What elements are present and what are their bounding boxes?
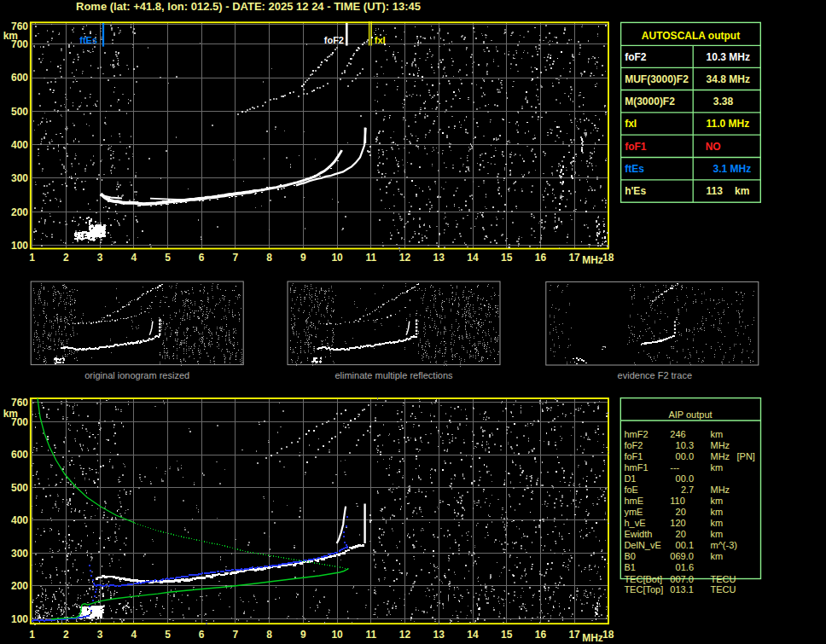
svg-text:11.0 MHz: 11.0 MHz [707, 118, 750, 130]
svg-text:007.0: 007.0 [670, 574, 694, 584]
svg-text:MHz: MHz [711, 484, 730, 495]
svg-text:9: 9 [300, 252, 306, 264]
svg-text:MHz: MHz [582, 632, 603, 644]
svg-text:hmE: hmE [624, 496, 643, 506]
svg-text:8: 8 [266, 629, 272, 641]
svg-text:Rome (lat: +41.8, lon: 012.5): Rome (lat: +41.8, lon: 012.5) - DATE: 20… [76, 1, 421, 13]
svg-text:TECU: TECU [711, 584, 736, 595]
svg-text:km: km [711, 518, 724, 528]
svg-text:500: 500 [11, 106, 28, 118]
svg-text:400: 400 [11, 514, 28, 526]
svg-text:11: 11 [365, 629, 376, 641]
svg-text:km: km [735, 185, 749, 197]
svg-text:foF1: foF1 [624, 451, 643, 461]
svg-text:20: 20 [676, 507, 686, 517]
svg-text:DelN_vE: DelN_vE [624, 540, 660, 550]
svg-text:h'Es: h'Es [625, 185, 646, 197]
svg-text:[PN]: [PN] [737, 451, 755, 461]
svg-text:ftEs: ftEs [625, 163, 644, 175]
svg-text:200: 200 [11, 206, 28, 218]
svg-text:12: 12 [399, 252, 411, 264]
svg-text:10.3 MHz: 10.3 MHz [707, 51, 750, 63]
svg-text:069.0: 069.0 [670, 551, 694, 561]
svg-text:1: 1 [29, 252, 35, 264]
svg-text:3.38: 3.38 [713, 96, 734, 107]
svg-text:3.1 MHz: 3.1 MHz [713, 163, 752, 175]
svg-text:km: km [711, 507, 724, 517]
svg-text:110: 110 [670, 496, 685, 506]
svg-text:15: 15 [501, 629, 513, 641]
svg-text:2: 2 [63, 252, 69, 264]
svg-text:foE: foE [624, 484, 638, 495]
svg-text:14: 14 [467, 252, 479, 264]
svg-text:5: 5 [165, 252, 171, 264]
svg-text:eliminate multiple reflections: eliminate multiple reflections [334, 370, 453, 380]
svg-text:original ionogram resized: original ionogram resized [84, 370, 189, 380]
svg-text:hmF2: hmF2 [624, 429, 648, 439]
svg-text:AIP output: AIP output [668, 409, 712, 420]
svg-text:6: 6 [199, 252, 205, 264]
svg-text:300: 300 [11, 172, 28, 184]
svg-text:2: 2 [63, 629, 69, 641]
svg-text:MUF(3000)F2: MUF(3000)F2 [625, 73, 689, 85]
svg-text:100: 100 [11, 240, 28, 252]
svg-text:TEC[Top]: TEC[Top] [624, 584, 663, 595]
svg-text:7: 7 [233, 629, 239, 641]
svg-text:foF2: foF2 [624, 440, 643, 450]
svg-text:20: 20 [676, 529, 686, 539]
svg-text:MHz: MHz [582, 254, 603, 266]
svg-text:01.6: 01.6 [676, 562, 694, 572]
svg-text:3: 3 [97, 629, 103, 641]
svg-text:5: 5 [165, 629, 171, 641]
svg-text:14: 14 [467, 629, 479, 641]
svg-text:17: 17 [568, 252, 580, 264]
svg-text:15: 15 [501, 252, 513, 264]
svg-text:km: km [711, 496, 724, 506]
svg-text:34.8 MHz: 34.8 MHz [707, 73, 750, 85]
svg-text:B0: B0 [624, 551, 635, 561]
svg-text:AUTOSCALA output: AUTOSCALA output [642, 30, 740, 42]
svg-text:7: 7 [233, 252, 239, 264]
svg-text:km: km [3, 30, 18, 42]
svg-text:120: 120 [670, 518, 685, 528]
svg-text:M(3000)F2: M(3000)F2 [625, 96, 675, 107]
svg-text:3: 3 [97, 252, 103, 264]
svg-text:1: 1 [29, 629, 35, 641]
svg-text:11: 11 [365, 252, 376, 264]
svg-text:10: 10 [331, 629, 343, 641]
svg-text:B1: B1 [624, 562, 635, 572]
svg-text:MHz: MHz [711, 440, 730, 450]
svg-text:10: 10 [331, 252, 343, 264]
svg-text:m^(-3): m^(-3) [711, 540, 737, 550]
svg-text:Ewidth: Ewidth [624, 529, 652, 539]
svg-text:hmF1: hmF1 [624, 462, 648, 473]
svg-text:00.0: 00.0 [676, 473, 694, 484]
svg-text:13: 13 [433, 629, 445, 641]
svg-text:4: 4 [131, 629, 137, 641]
svg-text:km: km [711, 462, 724, 473]
svg-text:400: 400 [11, 139, 28, 151]
svg-text:300: 300 [11, 548, 28, 560]
svg-text:evidence F2 trace: evidence F2 trace [618, 370, 692, 380]
svg-text:foF2: foF2 [324, 35, 344, 45]
svg-text:9: 9 [300, 629, 306, 641]
svg-text:16: 16 [535, 252, 547, 264]
svg-text:12: 12 [399, 629, 411, 641]
svg-text:fxI: fxI [375, 35, 386, 45]
svg-text:h_vE: h_vE [624, 518, 645, 528]
svg-text:500: 500 [11, 482, 28, 494]
svg-text:TECU: TECU [711, 574, 736, 584]
svg-text:200: 200 [11, 580, 28, 592]
svg-text:NO: NO [706, 141, 721, 153]
svg-text:6: 6 [199, 629, 205, 641]
svg-text:km: km [3, 408, 18, 420]
svg-text:18: 18 [602, 629, 614, 641]
svg-text:D1: D1 [624, 473, 636, 484]
svg-text:600: 600 [11, 449, 28, 461]
svg-text:013.1: 013.1 [670, 584, 694, 595]
svg-text:km: km [711, 529, 724, 539]
svg-text:km: km [711, 429, 724, 439]
svg-text:100: 100 [11, 613, 28, 625]
svg-text:4: 4 [131, 252, 137, 264]
svg-text:113: 113 [707, 185, 724, 197]
